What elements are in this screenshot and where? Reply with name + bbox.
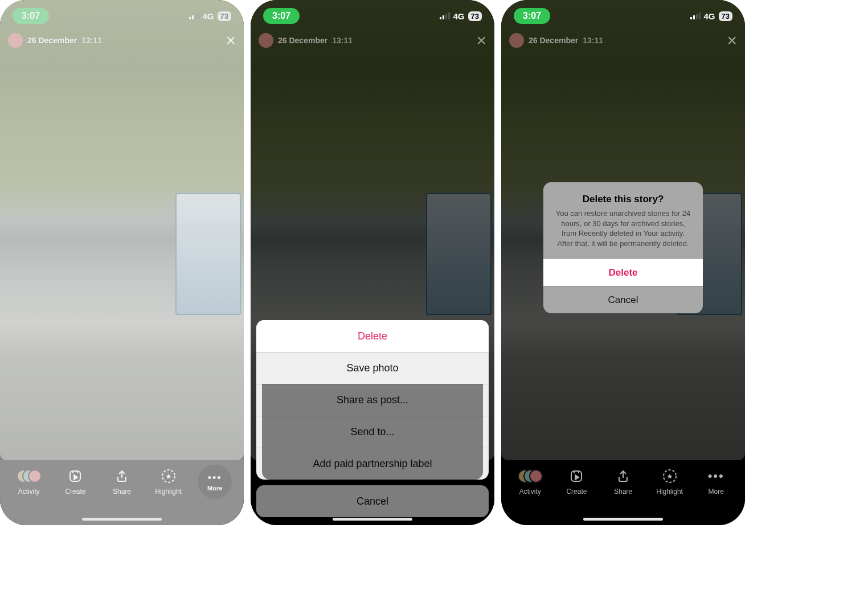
share-icon [615,468,631,484]
signal-icon [690,13,701,19]
more-button[interactable]: ••• More [693,468,739,496]
battery-level: 73 [719,11,732,21]
network-label: 4G [704,11,715,21]
story-header: 26 December 13:11 [509,33,603,48]
delete-confirm-alert: Delete this story? You can restore unarc… [543,182,703,313]
signal-icon [440,13,450,19]
screenshot-1: 3:07 4G 73 26 December 13:11 × Activity [0,0,244,525]
activity-button[interactable]: Activity [507,468,554,496]
more-action-sheet: Delete Save photo Share as post... Send … [256,320,489,517]
sheet-save-photo[interactable]: Save photo [256,352,489,384]
alert-delete-button[interactable]: Delete [543,259,703,286]
viewers-icon [518,468,543,484]
sheet-share-as-post[interactable]: Share as post... [256,384,489,416]
alert-title: Delete this story? [543,182,703,208]
status-time: 3:07 [514,8,550,24]
highlight-icon [662,468,678,484]
close-icon[interactable]: × [476,32,486,49]
screenshot-2: 3:07 4G 73 26 December 13:11 × Delete Sa… [251,0,494,525]
status-time: 3:07 [263,8,300,24]
svg-rect-12 [693,15,695,19]
share-button[interactable]: Share [600,468,646,496]
status-bar: 3:07 4G 73 [501,0,745,28]
story-avatar [259,33,273,48]
sheet-cancel[interactable]: Cancel [256,485,489,517]
battery-level: 73 [468,11,482,21]
svg-marker-16 [575,475,579,480]
svg-rect-13 [696,14,698,19]
create-button[interactable]: Create [554,468,600,496]
highlight-button[interactable]: Highlight [646,468,693,496]
svg-rect-11 [690,17,692,19]
close-icon[interactable]: × [727,32,737,49]
network-label: 4G [453,11,465,21]
svg-rect-10 [448,13,450,19]
story-toolbar: Activity Create Share Highlight [501,460,745,525]
svg-rect-8 [443,15,444,19]
story-header: 26 December 13:11 [259,33,353,48]
create-icon [568,468,584,484]
svg-rect-7 [440,17,441,19]
alert-cancel-button[interactable]: Cancel [543,286,703,313]
svg-rect-14 [699,13,701,19]
story-avatar [509,33,524,48]
screenshot-3: 3:07 4G 73 26 December 13:11 × Activity [501,0,745,525]
sheet-send-to[interactable]: Send to... [256,416,489,448]
more-icon: ••• [708,468,724,484]
sheet-delete[interactable]: Delete [256,320,489,352]
home-indicator [583,518,663,521]
status-bar: 3:07 4G 73 [251,0,494,28]
sheet-paid-partnership[interactable]: Add paid partnership label [256,448,489,480]
svg-rect-9 [445,14,447,19]
home-indicator [333,518,412,521]
alert-message: You can restore unarchived stories for 2… [543,208,703,259]
tutorial-dim-overlay [0,0,244,525]
